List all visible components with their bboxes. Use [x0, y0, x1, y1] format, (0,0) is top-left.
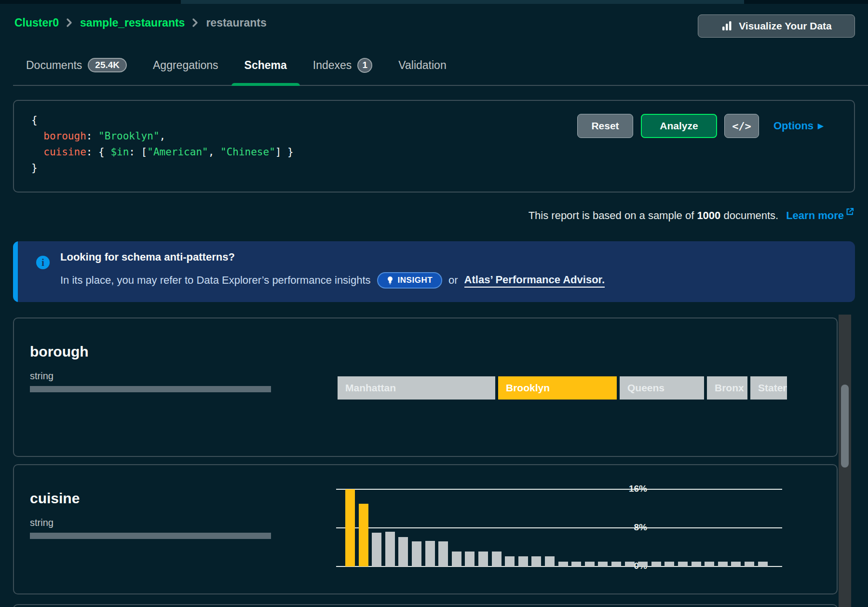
- scrollbar-thumb[interactable]: [841, 385, 849, 468]
- chart-ytick-label: 16%: [599, 483, 647, 494]
- chart-bar[interactable]: [611, 562, 621, 566]
- tab-label: Documents: [26, 59, 82, 72]
- chart-gridline: [336, 527, 782, 528]
- chart-bar[interactable]: [492, 552, 502, 566]
- tab-validation[interactable]: Validation: [385, 45, 459, 85]
- chart-bar[interactable]: [678, 562, 688, 566]
- code-token: {: [31, 114, 38, 126]
- value-box-manhattan[interactable]: Manhattan: [338, 376, 495, 400]
- tab-label: Indexes: [313, 59, 352, 72]
- options-toggle[interactable]: Options ▶: [773, 114, 824, 138]
- value-label: Staten Island: [758, 382, 787, 393]
- value-label: Queens: [627, 382, 665, 393]
- chart-bar[interactable]: [398, 537, 408, 566]
- sample-report-summary: This report is based on a sample of 1000…: [529, 209, 854, 225]
- workspace-tab-strip: [0, 0, 868, 4]
- chart-bar[interactable]: [412, 541, 421, 566]
- chart-bar[interactable]: [478, 552, 488, 566]
- chart-bar[interactable]: [372, 533, 381, 566]
- tab-aggregations[interactable]: Aggregations: [140, 45, 231, 85]
- chart-bar[interactable]: [665, 562, 674, 566]
- value-box-brooklyn[interactable]: Brooklyn: [498, 376, 617, 400]
- value-label: Brooklyn: [506, 382, 550, 393]
- chart-bar[interactable]: [345, 489, 355, 566]
- code-icon: </>: [732, 120, 751, 132]
- insight-badge[interactable]: INSIGHT: [377, 272, 442, 289]
- chart-bar[interactable]: [718, 562, 728, 566]
- schema-tab-page: Cluster0 sample_restaurants restaurants …: [0, 0, 868, 607]
- field-type-label[interactable]: string: [30, 517, 54, 528]
- value-box-staten-island[interactable]: Staten Island: [750, 376, 787, 400]
- query-code-line: cuisine: { $in: ["American", "Chinese"] …: [31, 144, 294, 160]
- value-label: Bronx: [715, 382, 744, 393]
- code-token: }: [31, 162, 38, 174]
- field-card-borough: borough string ManhattanBrooklynQueensBr…: [13, 317, 838, 457]
- value-box-queens[interactable]: Queens: [620, 376, 704, 400]
- chart-bar[interactable]: [438, 541, 448, 566]
- chart-bar[interactable]: [692, 562, 701, 566]
- chart-bar[interactable]: [518, 556, 528, 566]
- bar-chart-icon: [721, 20, 732, 32]
- lightbulb-icon: [387, 276, 393, 285]
- field-type-label[interactable]: string: [30, 371, 54, 382]
- code-token: $in: [110, 146, 129, 158]
- chart-ytick-label: 8%: [599, 522, 647, 533]
- chart-bar[interactable]: [758, 562, 768, 566]
- chart-bar[interactable]: [705, 562, 714, 566]
- code-token: : {: [86, 146, 111, 158]
- chart-bar[interactable]: [638, 562, 648, 566]
- performance-advisor-link[interactable]: Atlas’ Performance Advisor.: [464, 274, 605, 288]
- code-token: ,: [160, 130, 166, 142]
- breadcrumb-collection: restaurants: [206, 16, 266, 29]
- cuisine-frequency-chart: 16%8%0%: [336, 489, 782, 566]
- banner-body-text: In its place, you may refer to Data Expl…: [60, 274, 371, 287]
- chart-bar[interactable]: [531, 556, 541, 566]
- query-input[interactable]: { borough: "Brooklyn", cuisine: { $in: […: [31, 112, 294, 176]
- borough-value-distribution: ManhattanBrooklynQueensBronxStaten Islan…: [338, 376, 787, 400]
- analyze-button[interactable]: Analyze: [641, 114, 717, 138]
- tab-documents[interactable]: Documents25.4K: [13, 45, 140, 85]
- chart-bar[interactable]: [505, 556, 515, 566]
- reset-button[interactable]: Reset: [577, 114, 633, 138]
- options-label: Options: [773, 120, 814, 132]
- chart-bar[interactable]: [465, 552, 475, 566]
- chart-bar[interactable]: [585, 562, 595, 566]
- chart-bar[interactable]: [558, 562, 568, 566]
- code-token: [31, 130, 43, 142]
- chart-bar[interactable]: [359, 504, 368, 566]
- tab-schema[interactable]: Schema: [231, 45, 300, 85]
- field-name: borough: [30, 344, 89, 360]
- code-token: "American": [147, 146, 208, 158]
- tab-indexes[interactable]: Indexes1: [300, 45, 386, 85]
- visualize-your-data-button[interactable]: Visualize Your Data: [698, 14, 855, 38]
- query-code-line: }: [31, 160, 294, 176]
- vertical-scrollbar[interactable]: [839, 315, 851, 607]
- chart-bar[interactable]: [571, 562, 581, 566]
- chart-bar[interactable]: [452, 552, 461, 566]
- chart-bar[interactable]: [731, 562, 741, 566]
- chart-bar[interactable]: [385, 532, 395, 566]
- chart-bar[interactable]: [651, 562, 661, 566]
- value-box-bronx[interactable]: Bronx: [707, 376, 747, 400]
- breadcrumb-database[interactable]: sample_restaurants: [80, 16, 185, 29]
- chart-bar[interactable]: [625, 562, 635, 566]
- code-token: borough: [43, 130, 86, 142]
- chart-bar[interactable]: [425, 541, 435, 566]
- tab-label: Validation: [398, 59, 446, 72]
- field-name: cuisine: [30, 490, 80, 507]
- sample-count: 1000: [697, 209, 720, 221]
- info-icon: i: [36, 256, 50, 269]
- code-token: "Chinese": [220, 146, 275, 158]
- tab-count-badge: 1: [357, 58, 372, 73]
- learn-more-link[interactable]: Learn more: [786, 209, 854, 222]
- chart-bar[interactable]: [598, 562, 608, 566]
- learn-more-label: Learn more: [786, 209, 844, 222]
- code-token: : [: [129, 146, 147, 158]
- workspace-active-tab-edge: [181, 0, 744, 4]
- chart-bar[interactable]: [545, 556, 555, 566]
- export-to-language-button[interactable]: </>: [724, 114, 759, 138]
- chart-bar[interactable]: [745, 562, 754, 566]
- breadcrumb-cluster[interactable]: Cluster0: [14, 16, 59, 29]
- chevron-right-icon: [66, 18, 73, 28]
- banner-title: Looking for schema anti-patterns?: [60, 251, 235, 263]
